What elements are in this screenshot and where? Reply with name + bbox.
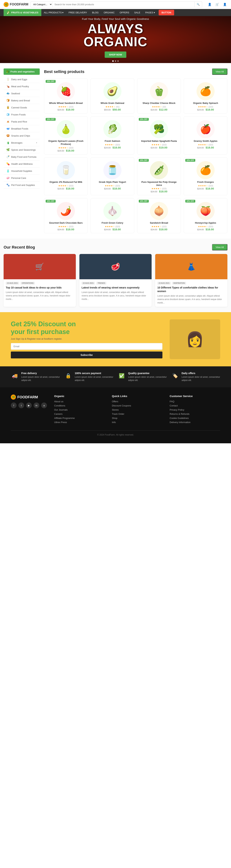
sidebar-item-pasta[interactable]: 🍝 Pasta and Rice [4,118,40,125]
product-card[interactable]: 🍎 Granny Smith Apples ★★★★☆ (222) $24.00… [184,116,227,154]
sidebar-item-canned[interactable]: 🥫 Canned Goods [4,104,40,111]
footer-link[interactable]: Discount Coupons [112,404,162,407]
search-button[interactable]: 🔍 [195,1,202,7]
sidebar-item-frozen[interactable]: 🧊 Frozen Foods [4,111,40,118]
cart-icon[interactable]: 🛒 [215,2,220,7]
product-card[interactable]: 10% OFF 🍓 Whole Wheat Sandwich Bread ★★★… [44,79,88,114]
sidebar-item-meat[interactable]: 🍗 Meat and Poultry [4,83,40,90]
footer-link[interactable]: Affiliate Programme [54,417,105,420]
sidebar-item-label: Household Supplies [11,169,32,172]
user-icon[interactable]: 👤 [207,2,212,7]
review-count: (222) [208,225,213,227]
footer-link[interactable]: Conditions [54,404,105,407]
product-card[interactable]: 🥛 Organic 2% Reduced Fat Milk ★★★★☆ (222… [44,157,88,195]
sidebar-item-seafood[interactable]: 🐟 Seafood [4,90,40,97]
feature-title: 100% secure payment [75,372,113,375]
feature-icon: 🏷️ [171,372,179,380]
product-card[interactable]: 10% OFF 🍑 Honeycrisp Apples ★★★★☆ (222) … [184,198,227,233]
product-card[interactable]: 10% OFF 🍊 Fresh Oranges ★★★★☆ (222) $24.… [184,157,227,195]
footer-link[interactable]: Stores [112,408,162,411]
nav-free-delivery[interactable]: FREE DELIVERY [66,9,90,16]
blog-card[interactable]: 🛒 22 AUG 2021 OPERATIONS Top 10 casual l… [4,254,76,307]
footer-link[interactable]: About us [54,400,105,403]
blog-card[interactable]: 🥩 22 AUG 2021 TRENDS Latest trends of we… [79,254,152,307]
sidebar-item-fruits[interactable]: 🥦 Fruits and vegetables [4,68,40,75]
feature-title: Daily offers [182,372,220,375]
nav-blog[interactable]: BLOG [90,9,101,16]
product-badge: 10% OFF [46,118,56,121]
footer-link[interactable]: Cookie Guidelines [170,417,220,420]
social-icon[interactable]: f [11,402,16,408]
view-all-products-button[interactable]: View All [212,68,227,75]
footer-link[interactable]: Returns & Refunds [170,412,220,415]
feature-title: Quality guarantee [128,372,167,375]
sidebar-item-label: Spices and Seasonings [11,149,36,151]
nav-button[interactable]: BUTTON [159,10,174,16]
footer-link[interactable]: Offers [112,400,162,403]
product-card[interactable]: 🧄 Fresh Green Celery ★★★★☆ (222) $24.00 … [91,198,134,233]
shop-now-button[interactable]: SHOP NOW [105,52,126,58]
product-card[interactable]: 🥬 Fresh Salmon ★★★★☆ (222) $24.00 $18.00 [91,116,134,154]
product-card[interactable]: 🫙 Greek Style Plain Yogurt ★★★★☆ (222) $… [91,157,134,195]
nav-offers[interactable]: OFFERS [117,9,132,16]
product-card[interactable]: 🥑 Whole Grain Oatmeal ★★★★☆ (41) $54.00 … [91,79,134,114]
footer-link[interactable]: Ultrex Press [54,421,105,424]
social-icon[interactable]: in [34,402,39,408]
product-card[interactable]: 10% OFF 🍐 Organic Spinach Leaves (Fresh … [44,116,88,154]
subscribe-button[interactable]: Subscribe [11,351,162,359]
profile-icon[interactable]: 👤 [222,2,227,7]
social-icon[interactable]: t [19,402,24,408]
sidebar-item-breakfast[interactable]: 🥣 Breakfast Foods [4,125,40,132]
product-name: Imported Italian Spaghetti Pasta [139,140,178,143]
footer-link[interactable]: Our Journals [54,408,105,411]
product-card[interactable]: 🍊 Organic Baby Spinach ★★★★☆ (222) $24.0… [184,79,227,114]
footer-link[interactable]: Delivery Information [170,421,220,424]
sidebar-item-dairy[interactable]: 🥛 Dairy and Eggs [4,76,40,83]
price-old: $24.00 [197,108,204,111]
email-input[interactable] [11,343,162,350]
social-icon[interactable]: a [41,402,47,408]
health-icon: 💊 [6,162,10,166]
footer-link[interactable]: Info [112,421,162,424]
nav-pages[interactable]: PAGES ▾ [143,9,158,16]
footer-link[interactable]: Shop [112,417,162,420]
fruits-vegetables-nav[interactable]: 🥬 FRUITS & VEGETABLES [4,9,41,16]
product-card[interactable]: 10% OFF 🌶️ Gourmet Dark Chocolate Bars ★… [44,198,88,233]
footer-link[interactable]: Contact [170,404,220,407]
blog-card[interactable]: 👗 22 AUG 2021 INSPIRATION 10 Different T… [155,254,227,307]
seafood-icon: 🐟 [6,92,10,95]
product-card[interactable]: 🫑 Sharp Cheddar Cheese Block ★★★★☆ (32) … [137,79,181,114]
category-select[interactable]: All Categori... [31,1,52,7]
search-input[interactable] [52,1,195,7]
sidebar-item-beverages[interactable]: 🧃 Beverages ▾ [4,139,40,146]
footer-link[interactable]: Privacy Policy [170,408,220,411]
sidebar-item-spices[interactable]: 🌿 Spices and Seasonings [4,146,40,153]
nav-all-products[interactable]: ALL PRODUCTS ▾ [41,9,66,16]
hero-dot-3[interactable] [117,60,119,62]
footer-link[interactable]: Track Order [112,412,162,415]
discount-image: 👩 [170,319,220,359]
nav-organic[interactable]: ORGANIC [101,9,117,16]
hero-dot-1[interactable] [112,60,114,62]
logo[interactable]: 🌿 FOODFARM [4,2,28,7]
product-card[interactable]: 10% OFF 🫛 Pure Squeezed No Pulp Orange J… [137,157,181,195]
footer-organic-title: Organic [54,395,105,398]
sidebar-item-pet[interactable]: 🐾 Pet Food and Supplies [4,182,40,189]
social-icon[interactable]: ▶ [26,402,32,408]
sidebar-item-snacks[interactable]: 🥨 Snacks and Chips [4,132,40,139]
sidebar-item-personal[interactable]: 🧼 Personal Care [4,175,40,182]
product-card[interactable]: 10% OFF 🥦 Imported Italian Spaghetti Pas… [137,116,181,154]
nav-sale[interactable]: SALE [132,9,143,16]
sidebar-item-bakery[interactable]: 🍞 Bakery and Bread [4,97,40,104]
sidebar-item-baby[interactable]: 🍼 Baby Food and Formula [4,153,40,160]
view-all-blog-button[interactable]: View All [212,244,227,250]
footer-link[interactable]: Careers [54,412,105,415]
sidebar-item-household[interactable]: 🧴 Household Supplies [4,167,40,175]
blog-image: 🥩 [79,254,152,279]
review-count: (222) [69,185,73,187]
hero-dot-2[interactable] [115,60,116,62]
sidebar-item-health[interactable]: 💊 Health and Wellness [4,160,40,167]
product-card[interactable]: 10% OFF 🧅 Sandwich Bread ★★★★☆ (222) $24… [137,198,181,233]
product-price: $24.00 $18.00 [46,108,85,111]
footer-link[interactable]: FAQ [170,400,220,403]
